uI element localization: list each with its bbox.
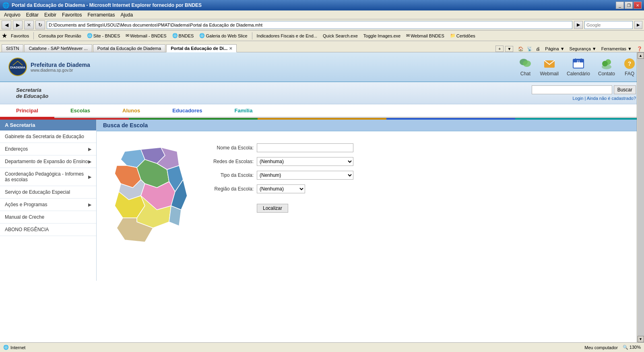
calendar-icon: 21: [572, 57, 585, 70]
fav-toggle-images[interactable]: Toggle Images.exe: [361, 33, 402, 39]
menu-favoritos[interactable]: Favoritos: [60, 11, 84, 19]
tab-tools: + ▼ 🏠 📡 🖨 Página ▼ Segurança ▼ Ferrament…: [495, 46, 642, 52]
tab-close-button[interactable]: ✕: [229, 46, 232, 51]
nav-webmail-label: Webmail: [540, 71, 558, 77]
addressbar: ◀ ▶ ✕ ↻ ▶ ▶: [0, 19, 644, 31]
back-button[interactable]: ◀: [2, 21, 11, 29]
tab-sistn[interactable]: SISTN: [2, 44, 23, 52]
stop-button[interactable]: ✕: [24, 21, 34, 29]
security-menu[interactable]: Segurança ▼: [570, 46, 597, 51]
arrow-icon: ▶: [88, 159, 91, 164]
tab-portal-active[interactable]: Portal da Educação de Di... ✕: [166, 44, 237, 52]
sidebar-item-coordenacao[interactable]: Coordenação Pedagógica - Informes às esc…: [0, 168, 96, 186]
fav-favoritos[interactable]: Favoritos: [9, 33, 31, 39]
nav-familia[interactable]: Família: [219, 104, 269, 118]
localizar-button[interactable]: Localizar: [257, 204, 288, 213]
site-search-input[interactable]: [532, 85, 612, 94]
nav-contato[interactable]: Contato: [598, 57, 615, 77]
tab-print-button[interactable]: 🖨: [536, 46, 540, 51]
search-bar-area: Secretaria de Educação Buscar Login | Ai…: [0, 82, 644, 104]
search-form: Buscar: [532, 85, 636, 94]
go-button[interactable]: ▶: [574, 21, 583, 29]
fav-consulta[interactable]: Consulta por Reunião: [36, 33, 83, 39]
main-navigation: Principal Escolas Alunos Educadores Famí…: [0, 104, 644, 118]
sidebar: A Secretaria Gabinete da Secretaria de E…: [0, 120, 97, 281]
menu-editar[interactable]: Editar: [24, 11, 41, 19]
browser-content: ▲ ▼ DIADEMA Prefeitura de Diadema www.di…: [0, 52, 644, 342]
page-menu[interactable]: Página ▼: [545, 46, 564, 51]
sidebar-item-abono[interactable]: ABONO REGÊNCIA: [0, 224, 96, 236]
sidebar-item-enderecos[interactable]: Endereços ▶: [0, 143, 96, 155]
fav-certidoes[interactable]: 📁 Certidões: [448, 33, 477, 39]
tab-portal[interactable]: Portal da Educação de Diadema: [93, 44, 165, 52]
sidebar-item-gabinete[interactable]: Gabinete da Secretaria de Educação: [0, 130, 96, 143]
tipo-escola-label: Tipo da Escola:: [205, 172, 254, 178]
computer-label: Meu computador: [584, 345, 618, 350]
nav-chat[interactable]: Chat: [519, 57, 532, 77]
menu-arquivo[interactable]: Arquivo: [2, 11, 23, 19]
minimize-button[interactable]: _: [616, 2, 624, 9]
tools-menu[interactable]: Ferramentas ▼: [601, 46, 632, 51]
redes-escolas-select[interactable]: (Nenhuma): [257, 157, 353, 166]
window-titlebar: 🌐 Portal da Educação de Diadema - Micros…: [0, 0, 644, 10]
forward-button[interactable]: ▶: [13, 21, 23, 29]
regiao-escola-select[interactable]: (Nenhuma): [257, 184, 305, 193]
fav-quicksearch[interactable]: Quick Search.exe: [321, 33, 360, 39]
statusbar: 🌐 Internet Meu computador 🔍 130%: [0, 342, 644, 352]
menu-ferramentas[interactable]: Ferramentas: [85, 11, 117, 19]
buscar-button[interactable]: Buscar: [614, 85, 636, 94]
svg-point-3: [523, 60, 531, 67]
scroll-down-button[interactable]: ▼: [638, 336, 644, 342]
scrollbar[interactable]: ▲ ▼: [637, 52, 644, 342]
nome-escola-input[interactable]: [257, 143, 353, 152]
sidebar-header: A Secretaria: [0, 120, 96, 130]
scroll-up-button[interactable]: ▲: [638, 52, 644, 59]
zoom-indicator: 🔍 130%: [623, 345, 641, 350]
tab-rss-button[interactable]: 📡: [527, 46, 533, 52]
arrow-icon: ▶: [88, 202, 91, 207]
statusbar-right: Meu computador 🔍 130%: [584, 345, 641, 350]
ie-icon: 🌐: [2, 2, 9, 8]
sidebar-item-manual[interactable]: Manual de Creche: [0, 211, 96, 224]
svg-point-12: [602, 61, 608, 66]
fav-webmail2[interactable]: ✉ Webmail BNDES: [404, 33, 446, 39]
nav-faq-label: FAQ: [625, 71, 634, 77]
close-button[interactable]: ✕: [634, 2, 642, 9]
fav-indicadores[interactable]: Indicadores Fiscais e de End...: [255, 33, 319, 39]
help-icon[interactable]: ❓: [637, 46, 642, 52]
form-row-tipo: Tipo da Escola: (Nenhum): [205, 171, 636, 180]
address-input[interactable]: [47, 21, 572, 29]
nav-faq[interactable]: ? FAQ: [623, 57, 636, 77]
nav-webmail[interactable]: Webmail: [540, 57, 558, 77]
fav-galeria[interactable]: 🌐 Galeria do Web Slice: [197, 33, 249, 39]
tab-home-button[interactable]: 🏠: [518, 46, 524, 52]
search-input[interactable]: [584, 21, 633, 29]
fav-bndes[interactable]: 🌐 BNDES: [170, 33, 196, 39]
fav-bndes-site[interactable]: 🌐 Site - BNDES: [85, 33, 122, 39]
sidebar-item-acoes[interactable]: Ações e Programas ▶: [0, 199, 96, 211]
window-title: 🌐 Portal da Educação de Diadema - Micros…: [2, 2, 202, 8]
sidebar-item-departamento[interactable]: Departamento de Expansão do Ensino ▶: [0, 155, 96, 168]
menu-ajuda[interactable]: Ajuda: [118, 11, 135, 19]
menu-exibir[interactable]: Exibir: [42, 11, 59, 19]
faq-icon: ?: [623, 57, 636, 70]
nav-calendario-label: Calendário: [567, 71, 590, 77]
tabs-bar: SISTN Catafone - SAP NetWeaver ... Porta…: [0, 41, 644, 52]
nav-alunos[interactable]: Alunos: [106, 104, 156, 118]
nav-principal[interactable]: Principal: [0, 104, 54, 118]
login-area[interactable]: Login | Ainda não é cadastrado?: [572, 96, 636, 101]
nav-calendario[interactable]: 21 Calendário: [567, 57, 590, 77]
refresh-button[interactable]: ↻: [35, 21, 45, 29]
nav-escolas[interactable]: Escolas: [54, 104, 106, 118]
fav-webmail-bndes[interactable]: ✉ Webmail - BNDES: [124, 33, 168, 39]
tipo-escola-select[interactable]: (Nenhum): [257, 171, 353, 180]
restore-button[interactable]: ❐: [625, 2, 633, 9]
search-go-button[interactable]: ▶: [634, 21, 642, 29]
sidebar-item-servico-educacao[interactable]: Serviço de Educação Especial: [0, 186, 96, 199]
tab-list-button[interactable]: ▼: [505, 46, 513, 52]
tab-new-button[interactable]: +: [495, 46, 504, 52]
status-zone: 🌐 Internet: [3, 345, 25, 350]
logo-url: www.diadema.sp.gov.br: [31, 68, 90, 72]
tab-catafone[interactable]: Catafone - SAP NetWeaver ...: [24, 44, 92, 52]
nav-educadores[interactable]: Educadores: [156, 104, 218, 118]
